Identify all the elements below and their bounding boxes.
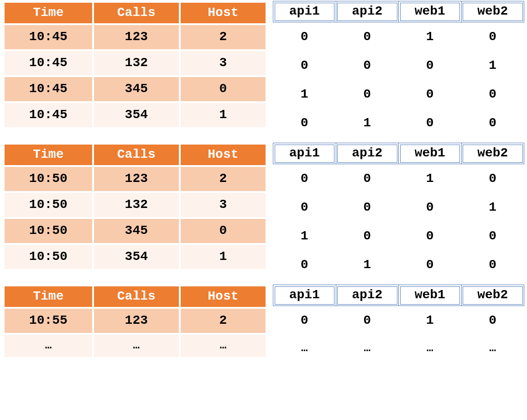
cell: 354 — [94, 103, 179, 127]
cell: 1 — [336, 250, 399, 279]
table-row: 0 0 1 0 — [273, 164, 524, 193]
table-row: 0 0 0 1 — [273, 193, 524, 222]
col-header: Calls — [94, 3, 179, 23]
cell: 354 — [94, 245, 179, 269]
col-header: Time — [5, 145, 92, 165]
col-header: web1 — [399, 1, 462, 22]
cell: 0 — [461, 306, 524, 335]
cell: 10:45 — [5, 51, 92, 75]
cell: 0 — [399, 250, 462, 279]
table-row: 10:50 123 2 — [5, 167, 266, 191]
onehot-table: api1 api2 web1 web2 0 0 1 0 … … … — [273, 285, 524, 362]
col-header: Calls — [94, 145, 179, 165]
cell: 1 — [336, 109, 399, 137]
cell: 132 — [94, 51, 179, 75]
cell: 0 — [336, 51, 399, 80]
cell: 0 — [461, 164, 524, 193]
col-header: web1 — [399, 285, 462, 306]
batch-block: Time Calls Host 10:55 123 2 … … … — [3, 285, 524, 362]
cell: 0 — [461, 109, 524, 137]
page: Time Calls Host 10:45 123 2 10:45 132 3 … — [0, 0, 527, 364]
cell: 345 — [94, 77, 179, 101]
cell: 10:45 — [5, 77, 92, 101]
cell: 0 — [336, 222, 399, 250]
table-row: 10:50 354 1 — [5, 245, 266, 269]
cell: 0 — [273, 22, 336, 52]
onehot-table: api1 api2 web1 web2 0 0 1 0 0 0 0 — [273, 143, 524, 279]
cell: 10:50 — [5, 193, 92, 217]
ellipsis-cell: … — [336, 335, 399, 362]
cell: 10:50 — [5, 219, 92, 243]
col-header: api2 — [336, 1, 399, 22]
cell: 0 — [461, 22, 524, 52]
col-header: api2 — [336, 285, 399, 306]
cell: 3 — [181, 193, 266, 217]
table-row: 10:45 354 1 — [5, 103, 266, 127]
batch-block: Time Calls Host 10:50 123 2 10:50 132 3 … — [3, 143, 524, 279]
cell: 0 — [273, 164, 336, 193]
cell: 1 — [399, 22, 462, 52]
ellipsis-cell: … — [94, 335, 179, 357]
col-header: api2 — [336, 143, 399, 164]
table-row: … … … … — [273, 335, 524, 362]
ellipsis-cell: … — [181, 335, 266, 357]
cell: 0 — [336, 80, 399, 109]
cell: 132 — [94, 193, 179, 217]
cell: 0 — [461, 222, 524, 250]
cell: 123 — [94, 25, 179, 49]
table-row: … … … — [5, 335, 266, 357]
cell: 0 — [461, 80, 524, 109]
ellipsis-cell: … — [461, 335, 524, 362]
cell: 1 — [181, 245, 266, 269]
cell: 123 — [94, 309, 179, 333]
onehot-wrap: api1 api2 web1 web2 0 0 1 0 0 0 0 — [273, 143, 524, 279]
cell: 0 — [399, 109, 462, 137]
table-row: 10:45 123 2 — [5, 25, 266, 49]
cell: 10:55 — [5, 309, 92, 333]
cell: 1 — [181, 103, 266, 127]
cell: 0 — [399, 51, 462, 80]
cell: 1 — [461, 51, 524, 80]
table-row: 0 1 0 0 — [273, 109, 524, 137]
cell: 10:45 — [5, 103, 92, 127]
cell: 2 — [181, 25, 266, 49]
cell: 0 — [336, 193, 399, 222]
table-row: 10:45 345 0 — [5, 77, 266, 101]
col-header: Host — [181, 286, 266, 307]
col-header: api1 — [273, 285, 336, 306]
col-header: Time — [5, 286, 92, 307]
ellipsis-cell: … — [399, 335, 462, 362]
col-header: Host — [181, 145, 266, 165]
table-row: 1 0 0 0 — [273, 80, 524, 109]
ellipsis-cell: … — [273, 335, 336, 362]
col-header: Time — [5, 3, 92, 23]
cell: 0 — [273, 250, 336, 279]
cell: 0 — [336, 306, 399, 335]
col-header: api1 — [273, 1, 336, 22]
cell: 123 — [94, 167, 179, 191]
col-header: web2 — [461, 1, 524, 22]
cell: 0 — [273, 193, 336, 222]
table-row: 0 0 1 0 — [273, 306, 524, 335]
cell: 10:50 — [5, 245, 92, 269]
onehot-table: api1 api2 web1 web2 0 0 1 0 0 0 0 — [273, 1, 524, 137]
input-table: Time Calls Host 10:45 123 2 10:45 132 3 … — [3, 1, 267, 129]
cell: 1 — [461, 193, 524, 222]
col-header: web2 — [461, 285, 524, 306]
col-header: web2 — [461, 143, 524, 164]
cell: 0 — [273, 109, 336, 137]
input-table: Time Calls Host 10:55 123 2 … … … — [3, 285, 267, 359]
col-header: Host — [181, 3, 266, 23]
cell: 0 — [181, 219, 266, 243]
cell: 0 — [461, 250, 524, 279]
cell: 2 — [181, 167, 266, 191]
batch-block: Time Calls Host 10:45 123 2 10:45 132 3 … — [3, 1, 524, 137]
onehot-wrap: api1 api2 web1 web2 0 0 1 0 … … … — [273, 285, 524, 362]
cell: 3 — [181, 51, 266, 75]
table-row: 10:45 132 3 — [5, 51, 266, 75]
table-row: 10:50 345 0 — [5, 219, 266, 243]
cell: 0 — [273, 51, 336, 80]
cell: 0 — [399, 80, 462, 109]
table-row: 10:50 132 3 — [5, 193, 266, 217]
table-row: 0 1 0 0 — [273, 250, 524, 279]
